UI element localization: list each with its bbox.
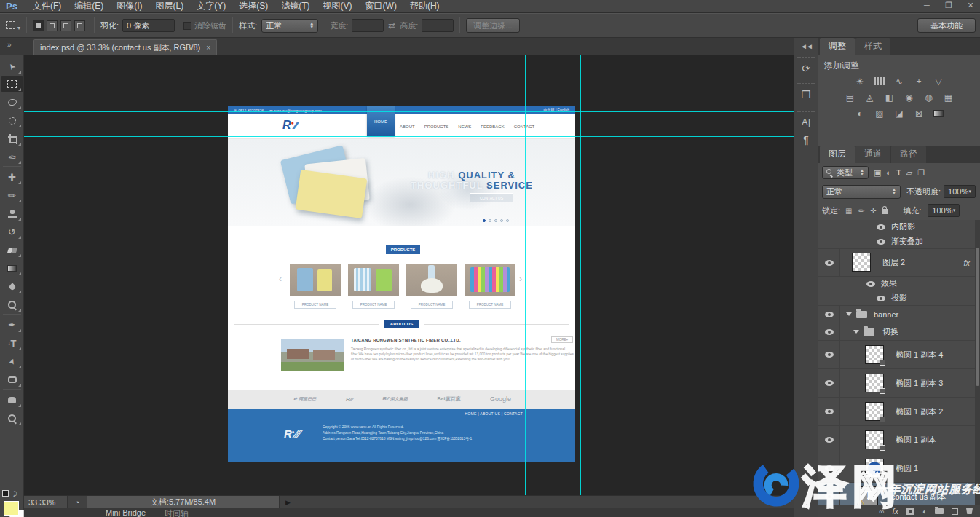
layer-shape-row[interactable]: 椭圆 1 — [818, 454, 980, 483]
refine-edge-button[interactable]: 调整边缘... — [466, 18, 519, 33]
rounded-rectangle-tool[interactable] — [1, 371, 23, 388]
guide-vertical-1[interactable] — [282, 55, 282, 495]
layer-filter-type-select[interactable]: 类型 ▲▼ — [822, 166, 869, 179]
character-panel-icon[interactable]: A| — [794, 117, 818, 127]
visibility-eye-icon[interactable] — [877, 239, 885, 245]
guide-vertical-4[interactable] — [572, 55, 572, 495]
layer-thumbnail[interactable] — [865, 345, 884, 364]
partner-alibaba-logo[interactable]: ℯ 阿里巴巴 — [293, 395, 316, 403]
hue-saturation-icon[interactable]: ▤ — [844, 92, 857, 103]
about-factory-photo[interactable] — [281, 339, 344, 371]
site-nav-contact[interactable]: CONTACT — [514, 125, 535, 129]
lock-transparency-icon[interactable]: ▦ — [845, 207, 852, 215]
gradient-tool[interactable] — [1, 260, 23, 277]
product-photo-3[interactable] — [406, 264, 457, 296]
carousel-next-icon[interactable]: › — [519, 274, 522, 284]
restore-button[interactable]: ❐ — [944, 1, 954, 10]
menu-view[interactable]: 视图(V) — [317, 0, 359, 12]
curves-icon[interactable]: ∿ — [893, 76, 906, 87]
partner-baidu-logo[interactable]: Bai度百度 — [437, 395, 460, 403]
add-adjustment-layer-icon[interactable]: ◐ — [922, 508, 927, 516]
layer-effects-header-row[interactable]: 效果 — [818, 277, 980, 291]
status-options-arrow[interactable]: ▶ — [285, 499, 291, 506]
tool-preset-dropdown-icon[interactable]: ▾ — [17, 25, 20, 31]
layers-scrollbar[interactable] — [975, 220, 980, 505]
layer-fx-icon[interactable]: fx — [963, 258, 970, 267]
document-size-info[interactable]: 文档:5.77M/85.4M — [87, 496, 280, 508]
filter-type-layers-icon[interactable]: T — [896, 168, 901, 177]
color-balance-icon[interactable]: ◬ — [864, 92, 877, 103]
swap-dimensions-icon[interactable]: ⇄ — [388, 20, 395, 31]
zoom-tool[interactable] — [1, 410, 23, 427]
visibility-eye-icon[interactable] — [825, 494, 834, 500]
history-panel-icon[interactable]: ⟳ — [794, 63, 818, 74]
lasso-tool[interactable] — [1, 94, 23, 111]
site-nav-products[interactable]: PRODUCTS — [424, 125, 449, 129]
eraser-tool[interactable] — [1, 242, 23, 258]
healing-brush-tool[interactable]: ✚ — [1, 169, 23, 186]
product-name-button-1[interactable]: PRODUCT NAME — [294, 301, 336, 309]
document-close-icon[interactable]: × — [206, 44, 210, 52]
layer-text-row-selected[interactable]: T ⚠ contact us 副本 — [818, 483, 980, 505]
layer-thumbnail[interactable] — [865, 459, 884, 478]
layer-group-row[interactable]: banner — [818, 306, 980, 323]
guide-vertical-5[interactable] — [580, 55, 581, 495]
minimize-button[interactable]: ─ — [922, 1, 932, 10]
guide-horizontal-2[interactable] — [24, 136, 794, 137]
banner-slider-dots[interactable] — [483, 219, 509, 222]
brush-tool[interactable]: ✎ — [1, 187, 23, 204]
product-photo-1[interactable] — [290, 264, 341, 296]
layer-row[interactable]: 图层 2 fx — [818, 249, 980, 277]
blur-tool[interactable] — [1, 278, 23, 295]
lock-pixels-icon[interactable]: ✎ — [856, 205, 866, 216]
height-input[interactable] — [422, 19, 454, 32]
tab-timeline[interactable]: 时间轴 — [165, 508, 189, 517]
menu-file[interactable]: 文件(F) — [26, 0, 68, 12]
site-nav-feedback[interactable]: FEEDBACK — [481, 125, 504, 129]
layer-shape-row[interactable]: 椭圆 1 副本 2 — [818, 398, 980, 426]
path-selection-tool[interactable]: ➤ — [1, 353, 23, 370]
invert-icon[interactable]: ◐ — [853, 108, 866, 119]
site-nav-about[interactable]: ABOUT — [400, 125, 415, 129]
threshold-icon[interactable]: ◪ — [893, 108, 906, 119]
selection-mode-subtract[interactable] — [60, 20, 71, 31]
tab-layers[interactable]: 图层 — [820, 146, 855, 163]
visibility-eye-icon[interactable] — [825, 312, 834, 317]
filter-shape-layers-icon[interactable]: ▱ — [906, 168, 912, 178]
tab-channels[interactable]: 通道 — [855, 146, 890, 163]
gradient-map-icon[interactable] — [932, 108, 945, 119]
layer-group-row[interactable]: 切换 — [818, 323, 980, 341]
antialias-checkbox[interactable] — [183, 22, 191, 30]
selection-mode-add[interactable] — [47, 20, 58, 31]
menu-window[interactable]: 窗口(W) — [359, 0, 403, 12]
feather-input[interactable]: 0 像素 — [122, 19, 175, 32]
workspace-button[interactable]: 基本功能 — [917, 18, 976, 33]
hand-tool[interactable] — [1, 392, 23, 409]
layer-effect-row[interactable]: 投影 — [818, 291, 980, 306]
filter-smart-objects-icon[interactable]: ❐ — [917, 168, 925, 178]
fill-input[interactable]: 100%▾ — [928, 204, 960, 217]
layer-shape-row[interactable]: 椭圆 1 副本 3 — [818, 369, 980, 398]
footer-links[interactable]: HOME | ABOUT US | CONTACT — [465, 411, 523, 416]
type-tool[interactable]: ↓T — [1, 335, 23, 352]
menu-help[interactable]: 帮助(H) — [403, 0, 446, 12]
selection-mode-new[interactable] — [33, 20, 44, 31]
history-brush-tool[interactable]: ↺ — [1, 224, 23, 240]
rectangular-marquee-tool[interactable] — [1, 76, 23, 92]
link-layers-icon[interactable]: ∞ — [879, 508, 884, 516]
foreground-color-swatch[interactable] — [4, 501, 19, 516]
channel-mixer-icon[interactable]: ◍ — [922, 92, 936, 103]
blend-mode-select[interactable]: 正常▲▼ — [822, 185, 901, 199]
crop-tool[interactable] — [1, 130, 23, 147]
visibility-eye-icon[interactable] — [866, 281, 875, 287]
opacity-input[interactable]: 100%▾ — [944, 185, 976, 198]
layer-effect-row[interactable]: 内阴影 — [818, 220, 980, 234]
about-more-button[interactable]: MORE+ — [551, 336, 573, 343]
layer-shape-row[interactable]: 椭圆 1 副本 — [818, 426, 980, 454]
partner-google-logo[interactable]: Google — [490, 395, 511, 403]
tab-mini-bridge[interactable]: Mini Bridge — [106, 508, 146, 517]
layer-thumbnail[interactable] — [852, 253, 871, 272]
text-layer-thumbnail[interactable]: T ⚠ — [859, 486, 878, 505]
brightness-contrast-icon[interactable]: ☀ — [853, 76, 866, 87]
partner-r-logo[interactable]: R⁄⁄⁄ — [346, 396, 353, 403]
